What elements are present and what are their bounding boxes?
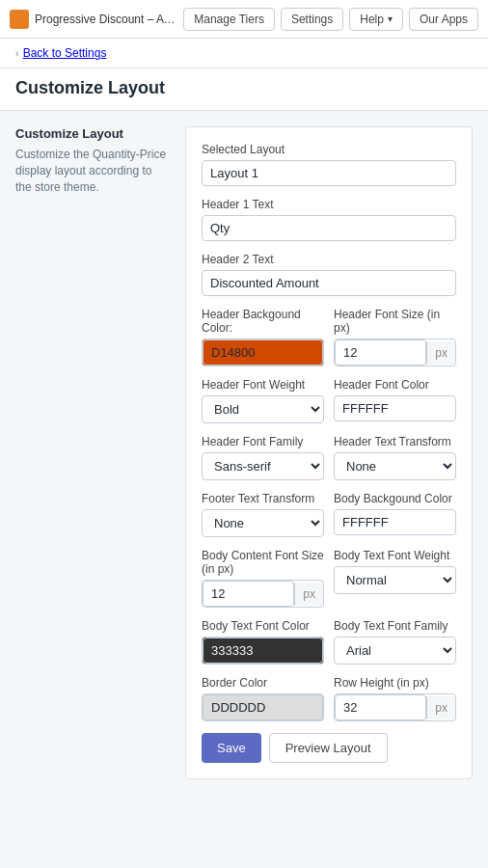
header-font-size-wrap: px [334,339,456,366]
header-text-transform-group: Header Text Transform None Uppercase Low… [334,435,456,480]
footer-text-transform-select[interactable]: None Uppercase Lowercase Capitalize [202,509,324,537]
header-font-family-group: Header Font Family Sans-serif Arial Geor… [202,435,324,480]
footer-text-transform-label: Footer Text Transform [202,492,324,505]
header1-input[interactable] [202,215,456,241]
header1-group: Header 1 Text [202,198,456,241]
header-font-family-transform-row: Header Font Family Sans-serif Arial Geor… [202,435,456,480]
body-text-font-weight-label: Body Text Font Weight [334,549,456,562]
header-bg-font-size-row: Header Backgound Color: Header Font Size… [202,308,456,366]
app-icon [10,10,29,29]
action-buttons: Save Preview Layout [202,733,456,763]
body-bg-color-group: Body Backgound Color [334,492,456,537]
body-bg-color-input[interactable] [334,509,456,535]
body-text-font-color-label: Body Text Font Color [202,619,324,633]
header-bg-color-label: Header Backgound Color: [202,308,324,335]
row-height-wrap: px [334,693,456,721]
border-color-wrap [202,693,324,721]
body-text-font-weight-group: Body Text Font Weight Normal Bold Light [334,549,456,608]
row-height-suffix: px [426,696,455,719]
body-text-font-color-input[interactable] [203,637,323,664]
header-font-color-input[interactable] [334,395,456,421]
help-button[interactable]: Help [349,8,403,31]
footer-body-bg-row: Footer Text Transform None Uppercase Low… [202,492,456,537]
header-bg-color-wrap [202,339,324,366]
body-content-font-size-group: Body Content Font Size (in px) px [202,549,324,608]
save-button[interactable]: Save [202,733,261,763]
header-text-transform-select[interactable]: None Uppercase Lowercase Capitalize [334,452,456,480]
border-color-label: Border Color [202,676,324,690]
breadcrumb: ‹ Back to Settings [0,39,488,68]
body-text-font-weight-select[interactable]: Normal Bold Light [334,566,456,594]
body-content-font-size-wrap: px [202,580,324,608]
page-title-bar: Customize Layout [0,68,488,111]
selected-layout-label: Selected Layout [202,143,456,156]
body-text-font-family-select[interactable]: Arial Sans-serif Georgia Times New Roman [334,637,456,665]
header-font-weight-label: Header Font Weight [202,378,324,392]
body-text-font-family-label: Body Text Font Family [334,619,456,633]
body-text-font-color-group: Body Text Font Color [202,619,324,665]
header-font-size-group: Header Font Size (in px) px [334,308,456,366]
back-arrow-icon: ‹ [15,47,19,59]
app-title: Progressive Discount – A Tiered Discount… [35,13,177,26]
header1-label: Header 1 Text [202,198,456,211]
header-font-size-label: Header Font Size (in px) [334,308,456,335]
header-font-color-label: Header Font Color [334,378,456,392]
selected-layout-group: Selected Layout [202,143,456,186]
form-panel: Selected Layout Header 1 Text Header 2 T… [185,126,473,779]
header-font-size-input[interactable] [335,339,426,366]
body-content-font-size-label: Body Content Font Size (in px) [202,549,324,576]
settings-button[interactable]: Settings [281,8,343,31]
preview-layout-button[interactable]: Preview Layout [269,733,388,763]
content-area: Customize Layout Customize the Quantity-… [0,111,488,795]
body-bg-color-label: Body Backgound Color [334,492,456,505]
border-row-height-row: Border Color Row Height (in px) px [202,676,456,721]
header-font-weight-group: Header Font Weight Bold Normal Light [202,378,324,423]
body-text-font-color-wrap [202,637,324,665]
header-font-weight-select[interactable]: Bold Normal Light [202,395,324,423]
sidebar-description: Customize the Quantity-Price display lay… [15,147,170,195]
footer-text-transform-group: Footer Text Transform None Uppercase Low… [202,492,324,537]
row-height-label: Row Height (in px) [334,676,456,690]
row-height-group: Row Height (in px) px [334,676,456,721]
border-color-input[interactable] [203,694,323,720]
header-font-weight-color-row: Header Font Weight Bold Normal Light Hea… [202,378,456,423]
header-font-family-label: Header Font Family [202,435,324,448]
top-nav-bar: Progressive Discount – A Tiered Discount… [0,0,488,39]
body-content-font-size-suffix: px [294,583,323,606]
our-apps-button[interactable]: Our Apps [409,8,478,31]
header-text-transform-label: Header Text Transform [334,435,456,448]
body-text-font-family-group: Body Text Font Family Arial Sans-serif G… [334,619,456,665]
header-font-size-suffix: px [426,341,455,365]
sidebar-title: Customize Layout [15,126,170,141]
header2-group: Header 2 Text [202,253,456,296]
row-height-input[interactable] [335,694,426,720]
border-color-group: Border Color [202,676,324,721]
manage-tiers-button[interactable]: Manage Tiers [183,8,275,31]
body-text-color-family-row: Body Text Font Color Body Text Font Fami… [202,619,456,665]
breadcrumb-link[interactable]: Back to Settings [23,46,107,60]
header2-input[interactable] [202,270,456,296]
body-font-size-weight-row: Body Content Font Size (in px) px Body T… [202,549,456,608]
header-bg-color-input[interactable] [203,339,323,366]
body-content-font-size-input[interactable] [203,581,294,607]
header2-label: Header 2 Text [202,253,456,266]
header-font-color-group: Header Font Color [334,378,456,423]
header-bg-color-group: Header Backgound Color: [202,308,324,366]
sidebar: Customize Layout Customize the Quantity-… [15,126,170,779]
selected-layout-input[interactable] [202,160,456,186]
page-title: Customize Layout [15,78,473,98]
header-font-family-select[interactable]: Sans-serif Arial Georgia Times New Roman [202,452,324,480]
